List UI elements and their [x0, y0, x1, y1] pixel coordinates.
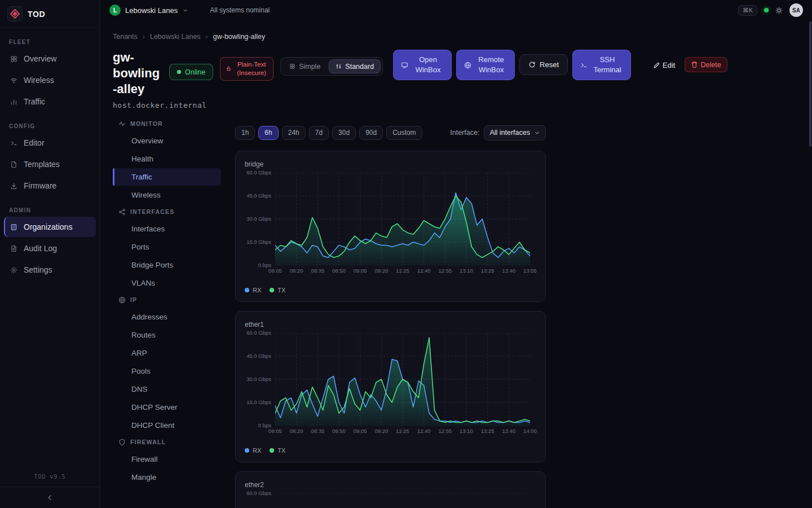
- activity-icon: [118, 120, 126, 128]
- x-axis-tick: 12:55: [438, 428, 452, 434]
- subnav-item-firewall[interactable]: Firewall: [113, 450, 221, 468]
- sidebar-item-templates[interactable]: Templates: [4, 154, 96, 174]
- theme-toggle-button[interactable]: [775, 7, 783, 14]
- time-range-24h[interactable]: 24h: [282, 126, 306, 140]
- refresh-icon: [528, 61, 536, 68]
- time-range-90d[interactable]: 90d: [359, 126, 383, 140]
- reset-button[interactable]: Reset: [519, 54, 568, 75]
- system-status-text: All systems nominal: [210, 6, 270, 14]
- network-icon: [118, 208, 126, 216]
- subnav-item-dns[interactable]: DNS: [113, 380, 221, 398]
- open-winbox-button[interactable]: Open WinBox: [393, 50, 452, 80]
- x-axis-tick: 09:20: [374, 268, 388, 274]
- sidebar-item-traffic[interactable]: Traffic: [4, 91, 96, 112]
- x-axis-tick: 12:40: [417, 428, 431, 434]
- sidebar-item-audit-log[interactable]: Audit Log: [4, 238, 96, 259]
- time-range-6h[interactable]: 6h: [258, 126, 278, 140]
- chart-plot: [275, 333, 530, 426]
- legend-dot: [245, 448, 249, 453]
- page-scrollbar[interactable]: [809, 21, 811, 147]
- ssh-terminal-button[interactable]: SSH Terminal: [572, 50, 631, 80]
- legend-item-rx: RX: [245, 287, 261, 294]
- sidebar-item-firmware[interactable]: Firmware: [4, 176, 96, 196]
- chevron-left-icon: [46, 494, 54, 501]
- subnav-item-arp[interactable]: ARP: [113, 344, 221, 362]
- sidebar-item-organizations[interactable]: Organizations: [4, 217, 96, 237]
- user-avatar[interactable]: SA: [789, 3, 803, 17]
- chart-bars-icon: [10, 98, 17, 106]
- y-axis-tick: 60.0 Gbps: [246, 490, 271, 496]
- y-axis-tick: 45.0 Gbps: [246, 353, 271, 359]
- pencil-icon: [653, 62, 660, 69]
- legend-dot: [270, 448, 274, 453]
- edit-button[interactable]: Edit: [648, 57, 680, 73]
- device-actions: Open WinBoxRemote WinBoxResetSSH Termina…: [393, 50, 727, 80]
- subnav-item-interfaces[interactable]: Interfaces: [113, 220, 221, 238]
- interface-filter: Interface: All interfaces: [450, 125, 546, 141]
- app-logo[interactable]: TOD: [0, 0, 100, 28]
- delete-button[interactable]: Delete: [685, 57, 727, 72]
- chart-legend: RXTX: [245, 287, 536, 294]
- y-axis-tick: 45.0 Gbps: [246, 192, 271, 199]
- sidebar-item-settings[interactable]: Settings: [4, 260, 96, 280]
- sidebar-item-editor[interactable]: Editor: [4, 133, 96, 153]
- chart-card-ether2: ether20 bps15.0 Gbps30.0 Gbps45.0 Gbps60…: [235, 471, 546, 508]
- subnav-item-dhcp-server[interactable]: DHCP Server: [113, 398, 221, 416]
- interface-select[interactable]: All interfaces: [484, 125, 546, 141]
- sidebar-item-wireless[interactable]: Wireless: [4, 70, 96, 90]
- tenant-switcher[interactable]: L Lebowski Lanes: [109, 5, 188, 16]
- sidebar-item-overview[interactable]: Overview: [4, 49, 96, 69]
- sidebar-nav: FLEETOverviewWirelessTrafficCONFIGEditor…: [0, 28, 100, 281]
- command-palette-shortcut[interactable]: ⌘K: [738, 5, 757, 16]
- subnav-item-wireless[interactable]: Wireless: [113, 186, 221, 204]
- x-axis-tick: 08:05: [268, 268, 282, 274]
- view-mode-standard[interactable]: Standard: [329, 59, 381, 73]
- subnav-item-traffic[interactable]: Traffic: [113, 168, 221, 186]
- time-range-7d[interactable]: 7d: [309, 126, 329, 140]
- sidebar-collapse-button[interactable]: [0, 487, 100, 508]
- x-axis-tick: 12:40: [417, 268, 431, 274]
- subnav-item-pools[interactable]: Pools: [113, 362, 221, 380]
- y-axis-tick: 60.0 Gbps: [246, 169, 271, 176]
- trash-icon: [691, 61, 698, 68]
- subnav-item-mangle[interactable]: Mangle: [113, 468, 221, 486]
- insecure-warning-badge: Plain-Text (Insecure): [220, 57, 273, 81]
- time-range-30d[interactable]: 30d: [332, 126, 356, 140]
- time-range-1h[interactable]: 1h: [235, 126, 255, 140]
- remote-winbox-button[interactable]: Remote WinBox: [456, 50, 515, 80]
- subnav-item-vlans[interactable]: VLANs: [113, 274, 221, 292]
- view-mode-toggle: SimpleStandard: [280, 57, 383, 76]
- chart-plot: [275, 173, 530, 265]
- x-axis-tick: 13:40: [502, 268, 515, 274]
- x-axis-tick: 14:00: [523, 428, 537, 434]
- subnav-item-bridge-ports[interactable]: Bridge Ports: [113, 256, 221, 274]
- x-axis-tick: 13:25: [481, 268, 495, 274]
- x-axis-tick: 12:55: [438, 268, 452, 274]
- terminal-icon: [10, 139, 17, 147]
- file-text-icon: [10, 245, 17, 252]
- interface-select-value: All interfaces: [489, 129, 530, 137]
- breadcrumb-item-tenants[interactable]: Tenants: [113, 33, 138, 41]
- subnav-item-ports[interactable]: Ports: [113, 238, 221, 256]
- subnav-item-dhcp-client[interactable]: DHCP Client: [113, 417, 221, 434]
- tenant-name: Lebowski Lanes: [125, 6, 178, 15]
- breadcrumb-separator: ›: [143, 33, 145, 41]
- chart-card-list: bridge0 bps15.0 Gbps30.0 Gbps45.0 Gbps60…: [235, 151, 546, 508]
- y-axis-tick: 15.0 Gbps: [246, 399, 271, 405]
- subnav-item-overview[interactable]: Overview: [113, 132, 221, 150]
- x-axis-tick: 08:50: [332, 268, 346, 274]
- subnav-section-ip: IP: [113, 292, 221, 308]
- subnav-item-health[interactable]: Health: [113, 150, 221, 168]
- x-axis-tick: 09:05: [354, 268, 367, 274]
- subnav-item-addresses[interactable]: Addresses: [113, 308, 221, 326]
- sidebar: TOD FLEETOverviewWirelessTrafficCONFIGEd…: [0, 0, 100, 508]
- device-subnav: MONITOROverviewHealthTrafficWirelessINTE…: [113, 116, 221, 487]
- building-icon: [10, 224, 17, 231]
- time-range-custom[interactable]: Custom: [386, 126, 422, 140]
- chevron-down-icon: [534, 130, 540, 136]
- x-axis-tick: 08:20: [290, 428, 303, 434]
- sidebar-section-fleet: FLEET: [9, 39, 91, 45]
- breadcrumb-item-lebowski-lanes[interactable]: Lebowski Lanes: [150, 33, 201, 41]
- view-mode-simple[interactable]: Simple: [283, 59, 327, 73]
- subnav-item-routes[interactable]: Routes: [113, 326, 221, 344]
